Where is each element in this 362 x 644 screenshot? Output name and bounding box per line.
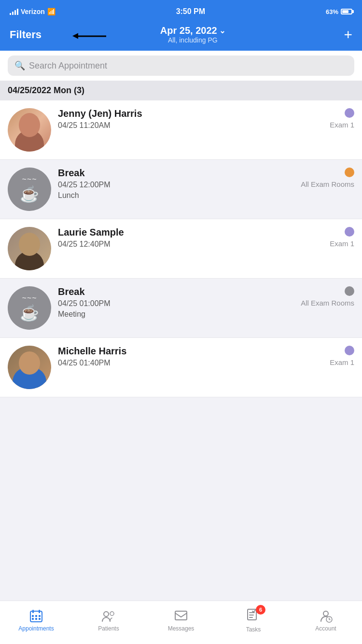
steam-icon: ~~~	[22, 175, 37, 184]
tab-appointments[interactable]: Appointments	[0, 601, 72, 639]
status-bar-left: Verizon 📶	[10, 8, 56, 15]
appointment-status-laurie: Exam 1	[306, 227, 354, 248]
status-dot-jenny	[345, 108, 354, 118]
appointment-break-lunch[interactable]: ~~~ ☕ Break 04/25 12:00PM Lunch All Exam…	[0, 160, 362, 219]
tab-account[interactable]: Account	[290, 601, 362, 639]
appointment-info-jenny: Jenny (Jen) Harris 04/25 11:20AM	[58, 108, 299, 132]
room-label-jenny: Exam 1	[330, 121, 354, 129]
tab-patients-label: Patients	[98, 625, 119, 632]
svg-rect-4	[35, 615, 37, 617]
signal-bars-icon	[10, 8, 18, 15]
annotation-arrowhead	[72, 33, 78, 39]
appointment-info-laurie: Laurie Sample 04/25 12:40PM	[58, 227, 299, 251]
avatar-break-meeting: ~~~ ☕	[8, 286, 51, 330]
tab-patients[interactable]: Patients	[72, 601, 145, 639]
search-input-container[interactable]: 🔍 Search Appointment	[8, 56, 354, 76]
wifi-icon: 📶	[47, 8, 56, 15]
appointment-info-break-meeting: Break 04/25 01:00PM Meeting	[58, 286, 294, 319]
status-bar-right: 63%	[326, 8, 352, 15]
status-dot-break-meeting	[345, 286, 354, 296]
status-bar-time: 3:50 PM	[176, 7, 205, 16]
tasks-badge: 6	[256, 605, 265, 615]
appointment-note-break-lunch: Lunch	[58, 191, 294, 200]
appointment-status-break-lunch: All Exam Rooms	[301, 168, 354, 188]
svg-rect-2	[39, 610, 40, 613]
break-name-meeting: Break	[58, 286, 294, 297]
signal-bar-2	[12, 12, 14, 15]
svg-point-13	[323, 611, 328, 616]
battery-fill	[342, 10, 348, 13]
signal-bar-3	[14, 10, 16, 15]
main-content: 04/25/2022 Mon (3) Jenny (Jen) Harris 04…	[0, 81, 362, 397]
account-icon	[319, 609, 333, 623]
svg-rect-3	[32, 615, 34, 617]
appointment-datetime-break-lunch: 04/25 12:00PM	[58, 181, 294, 189]
appointment-status-break-meeting: All Exam Rooms	[301, 286, 354, 307]
appointment-jenny-harris[interactable]: Jenny (Jen) Harris 04/25 11:20AM Exam 1	[0, 100, 362, 160]
patient-name-laurie: Laurie Sample	[58, 227, 299, 238]
svg-point-10	[110, 612, 114, 616]
avatar-break-lunch: ~~~ ☕	[8, 168, 51, 211]
battery-icon	[341, 9, 352, 14]
carrier-label: Verizon	[21, 8, 45, 15]
tasks-badge-container: 6	[246, 608, 261, 624]
coffee-clock-icon-2: ☕	[20, 304, 39, 322]
messages-icon	[174, 609, 188, 623]
avatar-laurie	[8, 227, 51, 270]
appointment-note-break-meeting: Meeting	[58, 310, 294, 319]
room-label-break-lunch: All Exam Rooms	[301, 180, 354, 188]
search-bar: 🔍 Search Appointment	[0, 51, 362, 81]
search-input[interactable]: Search Appointment	[29, 61, 107, 71]
avatar-jenny	[8, 108, 51, 152]
tab-appointments-label: Appointments	[18, 625, 54, 632]
appointment-datetime-laurie: 04/25 12:40PM	[58, 240, 299, 249]
tab-bar: Appointments Patients Messages 6 Tasks	[0, 601, 362, 644]
header: Filters Apr 25, 2022 ⌄ All, including PG…	[0, 21, 362, 51]
appointment-datetime-michelle: 04/25 01:40PM	[58, 359, 299, 367]
status-bar: Verizon 📶 3:50 PM 63%	[0, 0, 362, 21]
appointment-michelle-harris[interactable]: Michelle Harris 04/25 01:40PM Exam 1	[0, 338, 362, 397]
svg-rect-5	[39, 615, 41, 617]
battery-percent: 63%	[326, 8, 338, 15]
coffee-clock-icon: ☕	[20, 185, 39, 203]
header-date-text: Apr 25, 2022	[160, 25, 217, 36]
signal-bar-4	[17, 9, 18, 15]
header-subtitle: All, including PG	[42, 36, 344, 44]
patient-name-michelle: Michelle Harris	[58, 346, 299, 357]
header-center: Apr 25, 2022 ⌄ All, including PG	[42, 25, 344, 44]
appointment-break-meeting[interactable]: ~~~ ☕ Break 04/25 01:00PM Meeting All Ex…	[0, 279, 362, 338]
svg-rect-1	[32, 610, 34, 613]
signal-bar-1	[10, 13, 11, 15]
tab-messages[interactable]: Messages	[145, 601, 217, 639]
appointment-status-michelle: Exam 1	[306, 346, 354, 366]
appointment-laurie-sample[interactable]: Laurie Sample 04/25 12:40PM Exam 1	[0, 219, 362, 279]
svg-point-9	[104, 612, 109, 616]
search-icon: 🔍	[14, 60, 25, 71]
avatar-michelle	[8, 346, 51, 389]
room-label-break-meeting: All Exam Rooms	[301, 299, 354, 307]
appointment-status-jenny: Exam 1	[306, 108, 354, 129]
tab-tasks[interactable]: 6 Tasks	[217, 601, 290, 639]
steam-icon-2: ~~~	[22, 294, 37, 303]
appointments-icon	[29, 609, 43, 623]
date-section-label: 04/25/2022 Mon (3)	[8, 85, 84, 95]
date-section-header: 04/25/2022 Mon (3)	[0, 81, 362, 100]
room-label-michelle: Exam 1	[330, 358, 354, 366]
room-label-laurie: Exam 1	[330, 239, 354, 248]
tab-messages-label: Messages	[168, 625, 195, 632]
filters-section: Filters	[10, 28, 42, 41]
annotation-arrow-shaft	[77, 35, 106, 37]
svg-rect-7	[35, 618, 37, 620]
tab-account-label: Account	[315, 625, 336, 632]
header-date[interactable]: Apr 25, 2022 ⌄	[42, 25, 344, 36]
patient-name-jenny: Jenny (Jen) Harris	[58, 108, 299, 119]
appointment-info-break-lunch: Break 04/25 12:00PM Lunch	[58, 168, 294, 200]
filters-label[interactable]: Filters	[10, 28, 42, 41]
svg-rect-6	[32, 618, 34, 620]
appointment-datetime-break-meeting: 04/25 01:00PM	[58, 299, 294, 308]
status-dot-laurie	[345, 227, 354, 237]
tab-tasks-label: Tasks	[246, 626, 261, 633]
add-appointment-button[interactable]: +	[344, 28, 352, 42]
break-name-lunch: Break	[58, 168, 294, 179]
chevron-down-icon: ⌄	[219, 26, 225, 35]
